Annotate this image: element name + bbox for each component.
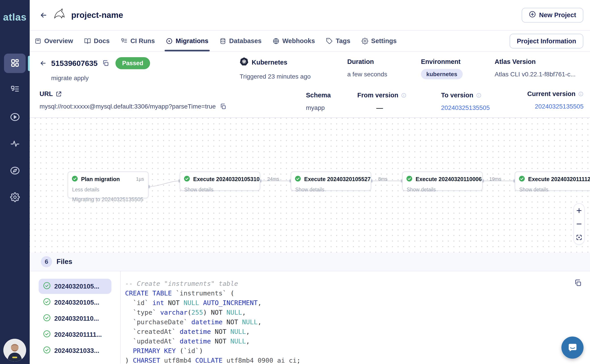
zoom-out-button[interactable] <box>576 221 582 227</box>
check-circle-icon <box>519 176 525 183</box>
db-url: mysql://root:xxxxx@mysql.default:3306/my… <box>39 103 216 110</box>
sql-code-panel: -- Create "instruments" tableCREATE TABL… <box>121 271 590 364</box>
graph-node-execute-2: Execute 20240320105527 8ms Show details <box>291 171 371 191</box>
file-list-item[interactable]: 20240320105... <box>39 279 111 294</box>
less-details-link[interactable]: Less details <box>68 183 148 193</box>
show-details-link[interactable]: Show details <box>515 183 590 193</box>
files-section-title: Files <box>57 258 72 266</box>
kubernetes-icon <box>240 57 249 68</box>
graph-node-execute-1: Execute 20240320105310 24ms Show details <box>180 171 260 191</box>
fit-view-button[interactable] <box>576 234 582 241</box>
file-list-item[interactable]: 202403201111... <box>39 327 111 342</box>
sidebar-item-migrations[interactable] <box>0 112 30 123</box>
atlas-version-label: Atlas Version <box>495 58 576 65</box>
atlas-cloud-app: atlas <box>0 0 590 364</box>
external-link-icon[interactable] <box>56 91 62 97</box>
chat-bubble-icon <box>567 341 578 354</box>
files-panel: 20240320105... 20240320105... <box>30 271 590 364</box>
graph-zoom-controls <box>573 203 585 245</box>
sidebar-item-settings[interactable] <box>0 192 30 203</box>
duration-label: Duration <box>347 58 387 65</box>
current-version-info-icon[interactable] <box>578 91 584 97</box>
check-circle-outline-icon <box>43 298 51 307</box>
duration-value: a few seconds <box>347 71 387 78</box>
from-version-label: From version <box>357 91 398 99</box>
migration-graph: Plan migration 1µs Less details Migratin… <box>30 118 590 253</box>
from-version-value: — <box>357 104 402 112</box>
from-version-info-icon[interactable] <box>401 93 406 98</box>
tab-settings[interactable]: Settings <box>362 31 397 51</box>
new-project-button[interactable]: New Project <box>522 8 583 23</box>
check-circle-icon <box>72 176 78 183</box>
current-version-link[interactable]: 20240325135505 <box>519 103 584 110</box>
run-id: 51539607635 <box>51 59 97 68</box>
dashboard-grid-icon <box>10 58 20 69</box>
tab-webhooks[interactable]: Webhooks <box>273 31 315 51</box>
chat-launcher-button[interactable] <box>561 337 584 359</box>
mysql-dolphin-icon <box>53 8 66 22</box>
copy-run-id-icon[interactable] <box>102 60 109 67</box>
check-circle-outline-icon <box>43 330 51 339</box>
check-circle-icon <box>295 176 301 183</box>
project-header: project-name New Project <box>30 0 590 31</box>
check-circle-icon <box>406 176 412 183</box>
show-details-link[interactable]: Show details <box>291 183 371 193</box>
status-badge: Passed <box>116 57 150 69</box>
user-avatar[interactable] <box>3 339 26 362</box>
sidebar-item-ci-runs[interactable] <box>0 85 30 95</box>
file-list-item[interactable]: 20240320110... <box>39 311 111 326</box>
main-area: project-name New Project Overview <box>30 0 590 364</box>
tab-docs[interactable]: Docs <box>84 31 110 51</box>
project-information-button[interactable]: Project Information <box>510 34 583 48</box>
graph-node-plan: Plan migration 1µs Less details Migratin… <box>68 171 149 198</box>
file-list-item[interactable]: 20240321033... <box>39 343 111 358</box>
environment-label: Environment <box>421 58 463 65</box>
tab-ci-runs[interactable]: CI Runs <box>121 31 155 51</box>
url-label: URL <box>39 90 53 98</box>
file-list-item[interactable]: 20240320105... <box>39 295 111 310</box>
graph-node-execute-4: Execute 20240320111126 8ms Show details <box>515 171 590 191</box>
check-circle-icon <box>184 176 190 183</box>
checklist-icon <box>10 85 20 95</box>
back-arrow-icon[interactable] <box>39 11 48 19</box>
graph-node-execute-3: Execute 20240320110006 19ms Show details <box>402 171 483 191</box>
run-back-arrow-icon[interactable] <box>39 60 47 67</box>
show-details-link[interactable]: Show details <box>180 183 260 193</box>
schema-label: Schema <box>306 91 331 99</box>
activity-pulse-icon <box>10 139 20 150</box>
sidebar-item-dashboard[interactable] <box>4 54 26 73</box>
sidebar: atlas <box>0 0 30 364</box>
to-version-label: To version <box>441 91 473 99</box>
tab-overview[interactable]: Overview <box>35 31 73 51</box>
tab-migrations[interactable]: Migrations <box>166 31 208 51</box>
sql-code: -- Create "instruments" tableCREATE TABL… <box>125 279 590 364</box>
sidebar-item-activity[interactable] <box>0 139 30 150</box>
to-version-link[interactable]: 20240325135505 <box>441 104 490 111</box>
plus-circle-icon <box>529 11 536 20</box>
copy-code-icon[interactable] <box>574 279 582 288</box>
run-command: migrate apply <box>51 75 150 82</box>
to-version-info-icon[interactable] <box>476 93 481 98</box>
trigger-time: Triggered 23 minutes ago <box>240 73 311 80</box>
zoom-in-button[interactable] <box>576 207 582 214</box>
tab-databases[interactable]: Databases <box>220 31 261 51</box>
compass-icon <box>10 166 20 176</box>
trigger-name: Kubernetes <box>252 59 287 66</box>
current-version-label: Current version <box>527 90 576 98</box>
sidebar-item-discover[interactable] <box>0 166 30 176</box>
files-count-badge: 6 <box>41 256 52 267</box>
page-title: project-name <box>71 11 123 20</box>
atlas-logo[interactable]: atlas <box>0 12 30 23</box>
check-circle-outline-icon <box>43 282 51 291</box>
play-circle-icon <box>10 112 20 123</box>
check-circle-outline-icon <box>43 314 51 323</box>
atlas-version-value: Atlas CLI v0.22.1-f8bf761-c... <box>495 71 576 78</box>
show-details-link[interactable]: Show details <box>403 183 482 193</box>
check-circle-outline-icon <box>43 346 51 355</box>
sidebar-active-indicator <box>28 56 30 71</box>
run-meta-section: 51539607635 Passed migrate apply <box>30 52 590 118</box>
copy-url-icon[interactable] <box>220 103 227 110</box>
tab-tags[interactable]: Tags <box>326 31 350 51</box>
gear-icon <box>10 192 20 203</box>
files-section-header: 6 Files <box>30 253 590 271</box>
